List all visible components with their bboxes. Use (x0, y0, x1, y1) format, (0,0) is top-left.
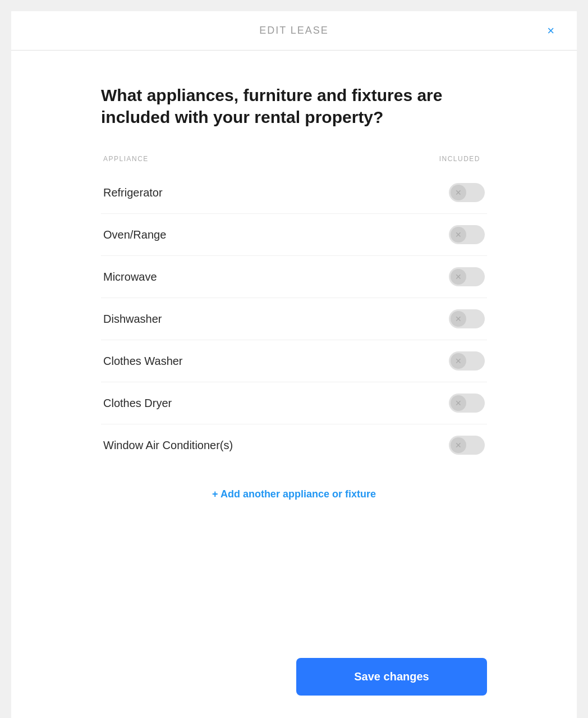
toggle-x-icon: ✕ (455, 357, 462, 365)
appliance-label: Clothes Washer (103, 355, 183, 368)
table-row: Oven/Range✕ (101, 214, 487, 256)
toggle-clothes-washer[interactable]: ✕ (449, 351, 485, 371)
column-header-included: INCLUDED (439, 155, 480, 163)
table-row: Window Air Conditioner(s)✕ (101, 424, 487, 466)
appliance-label: Oven/Range (103, 228, 166, 241)
appliance-label: Dishwasher (103, 313, 162, 326)
toggle-x-icon: ✕ (455, 315, 462, 323)
toggle-window-ac[interactable]: ✕ (449, 436, 485, 455)
table-row: Microwave✕ (101, 256, 487, 298)
toggle-x-icon: ✕ (455, 189, 462, 196)
edit-lease-modal: EDIT LEASE × What appliances, furniture … (11, 11, 577, 718)
appliance-label: Refrigerator (103, 186, 163, 199)
section-question: What appliances, furniture and fixtures … (101, 84, 487, 128)
toggle-refrigerator[interactable]: ✕ (449, 183, 485, 202)
add-appliance-link[interactable]: + Add another appliance or fixture (101, 488, 487, 500)
toggle-oven-range[interactable]: ✕ (449, 225, 485, 244)
toggle-x-icon: ✕ (455, 231, 462, 239)
table-header: APPLIANCE INCLUDED (101, 155, 487, 163)
toggle-microwave[interactable]: ✕ (449, 267, 485, 286)
modal-header: EDIT LEASE × (11, 11, 577, 51)
appliance-label: Microwave (103, 271, 157, 283)
table-row: Dishwasher✕ (101, 298, 487, 340)
modal-body: What appliances, furniture and fixtures … (11, 51, 577, 644)
toggle-dishwasher[interactable]: ✕ (449, 309, 485, 328)
toggle-x-icon: ✕ (455, 399, 462, 407)
toggle-x-icon: ✕ (455, 441, 462, 449)
appliance-label: Clothes Dryer (103, 397, 172, 410)
modal-title: EDIT LEASE (259, 25, 329, 36)
column-header-appliance: APPLIANCE (103, 155, 149, 163)
appliance-label: Window Air Conditioner(s) (103, 439, 233, 452)
modal-footer: Save changes (11, 644, 577, 718)
close-button[interactable]: × (547, 25, 554, 37)
table-row: Clothes Dryer✕ (101, 382, 487, 424)
toggle-x-icon: ✕ (455, 273, 462, 281)
toggle-clothes-dryer[interactable]: ✕ (449, 394, 485, 413)
save-changes-button[interactable]: Save changes (296, 658, 487, 696)
appliances-list: Refrigerator✕Oven/Range✕Microwave✕Dishwa… (101, 172, 487, 466)
table-row: Refrigerator✕ (101, 172, 487, 214)
table-row: Clothes Washer✕ (101, 340, 487, 382)
